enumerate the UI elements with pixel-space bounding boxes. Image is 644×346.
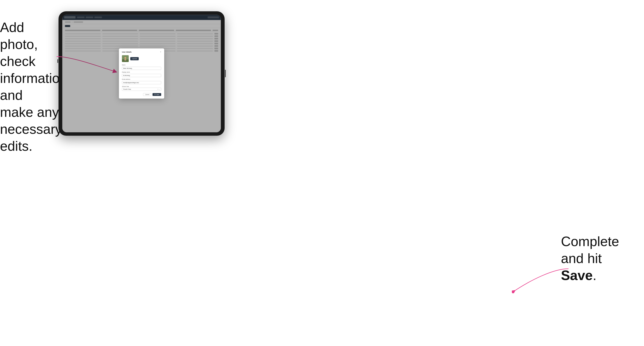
tablet-screen: User details × <box>62 15 221 132</box>
annotation-right-end: . <box>593 268 596 283</box>
annotation-right-text: Complete and hit <box>561 234 619 266</box>
save-button[interactable]: ⬆ Save <box>152 93 161 96</box>
name-input[interactable] <box>122 67 161 70</box>
display-name-label: Display name <box>122 71 161 73</box>
chevron-down-icon: ⌄ <box>159 89 160 90</box>
school-year-label: School Year <box>122 86 161 87</box>
close-icon[interactable]: × <box>160 51 161 53</box>
email-field-group: Email address <box>122 79 161 84</box>
annotation-save-bold: Save <box>561 268 593 283</box>
clear-select-icon[interactable]: × <box>158 88 158 90</box>
annotation-left: Add photo, check information and make an… <box>0 19 60 155</box>
save-button-label: Save <box>156 94 159 95</box>
name-label: Name <box>122 64 161 66</box>
display-name-field-group: Display name <box>122 71 161 77</box>
school-year-field-group: School Year Fourth Year × ⌄ <box>122 86 161 91</box>
display-name-input[interactable] <box>122 74 161 77</box>
email-label: Email address <box>122 79 161 80</box>
upload-photo-button[interactable]: Upload <box>130 57 139 60</box>
save-icon: ⬆ <box>154 94 156 95</box>
school-year-select[interactable]: Fourth Year × ⌄ <box>122 88 161 91</box>
modal-title-row: User details × <box>122 51 161 53</box>
user-details-modal: User details × <box>119 48 164 99</box>
modal-footer: Cancel ⬆ Save <box>122 93 161 96</box>
svg-point-2 <box>124 57 126 59</box>
volume-button <box>58 59 58 63</box>
modal-overlay: User details × <box>62 15 221 132</box>
email-input[interactable] <box>122 81 161 84</box>
tablet-device: User details × <box>58 11 224 136</box>
school-year-value: Fourth Year <box>123 88 131 90</box>
annotation-right: Complete and hit Save. <box>561 233 633 284</box>
modal-title: User details <box>122 51 132 53</box>
cancel-button[interactable]: Cancel <box>143 93 151 96</box>
photo-preview <box>122 55 129 62</box>
photo-section: Upload <box>122 55 161 62</box>
svg-rect-3 <box>124 59 126 60</box>
name-field-group: Name <box>122 64 161 70</box>
avatar <box>122 55 129 62</box>
avatar-image <box>122 55 129 62</box>
power-button <box>225 70 226 77</box>
